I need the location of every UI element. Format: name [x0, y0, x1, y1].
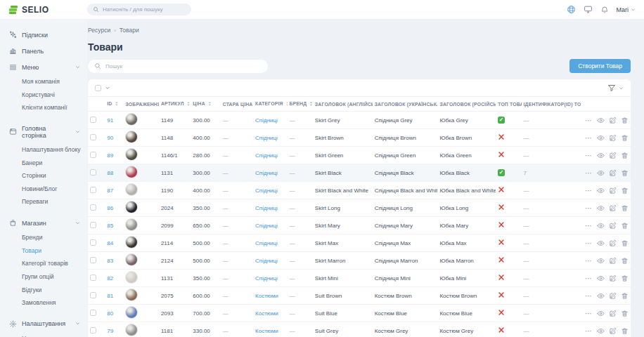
delete-button[interactable] — [621, 204, 629, 212]
view-button[interactable] — [597, 292, 605, 300]
ellipsis-icon[interactable]: ⋯ — [585, 117, 593, 124]
products-search-input[interactable] — [105, 63, 246, 70]
edit-button[interactable] — [609, 204, 617, 212]
sidebar-subitem-моя-компанія[interactable]: Моя компанія — [0, 75, 87, 88]
product-image[interactable] — [125, 218, 138, 231]
sidebar-subitem-клієнти-компанії[interactable]: Клієнти компанії — [0, 101, 87, 114]
bell-icon[interactable] — [600, 6, 609, 14]
sort-icon[interactable]: ▲▼ — [115, 101, 119, 107]
global-search[interactable] — [87, 4, 191, 15]
row-checkbox[interactable] — [90, 257, 96, 263]
sidebar-subitem-категорії-товарів[interactable]: Категорії товарів — [0, 257, 87, 270]
view-button[interactable] — [597, 204, 605, 212]
product-image[interactable] — [125, 253, 138, 266]
sidebar-item-меню[interactable]: Меню — [0, 59, 87, 75]
edit-button[interactable] — [609, 134, 617, 142]
view-button[interactable] — [597, 310, 605, 317]
category-link[interactable]: Спідниці — [255, 117, 278, 124]
edit-button[interactable] — [609, 239, 617, 247]
view-button[interactable] — [597, 257, 605, 265]
product-id-link[interactable]: 81 — [107, 293, 113, 299]
delete-button[interactable] — [621, 134, 629, 142]
column-header-ціна[interactable]: ЦІНА ▲▼ — [191, 97, 220, 112]
product-image[interactable] — [125, 236, 138, 249]
global-search-input[interactable] — [103, 6, 180, 13]
product-image[interactable] — [125, 201, 138, 213]
view-button[interactable] — [597, 117, 605, 124]
product-id-link[interactable]: 79 — [107, 328, 113, 334]
category-link[interactable]: Спідниці — [255, 187, 278, 194]
monitor-icon[interactable] — [584, 5, 593, 14]
delete-button[interactable] — [621, 239, 629, 247]
ellipsis-icon[interactable]: ⋯ — [585, 310, 593, 317]
ellipsis-icon[interactable]: ⋯ — [585, 239, 593, 247]
product-image[interactable] — [125, 131, 138, 143]
sidebar-subitem-налаштування-магазину[interactable]: Налаштування магазину — [0, 332, 87, 337]
products-search[interactable] — [88, 60, 268, 73]
edit-button[interactable] — [609, 275, 617, 282]
product-id-link[interactable]: 86 — [107, 205, 113, 211]
product-image[interactable] — [125, 324, 138, 336]
row-checkbox[interactable] — [90, 204, 96, 211]
sidebar-subitem-групи-опцій[interactable]: Групи опцій — [0, 270, 87, 284]
view-button[interactable] — [597, 327, 605, 335]
ellipsis-icon[interactable]: ⋯ — [585, 292, 593, 300]
sidebar-subitem-замовлення[interactable]: Замовлення — [0, 296, 87, 310]
product-image[interactable] — [125, 271, 138, 284]
sidebar-subitem-користувачі[interactable]: Користувачі — [0, 88, 87, 102]
view-button[interactable] — [597, 187, 605, 194]
sidebar-subitem-товари[interactable]: Товари — [0, 244, 87, 258]
row-checkbox[interactable] — [90, 292, 96, 298]
delete-button[interactable] — [621, 152, 629, 159]
edit-button[interactable] — [609, 117, 617, 124]
sort-icon[interactable]: ▲▼ — [208, 101, 212, 107]
category-link[interactable]: Спідниці — [255, 135, 278, 141]
product-image[interactable] — [125, 289, 138, 301]
category-link[interactable]: Спідниці — [255, 152, 278, 159]
product-id-link[interactable]: 82 — [107, 275, 113, 282]
row-checkbox[interactable] — [90, 239, 96, 246]
product-id-link[interactable]: 83 — [107, 258, 113, 264]
edit-button[interactable] — [609, 222, 617, 230]
selio-logo[interactable]: SELIO — [8, 5, 87, 15]
column-header-категорія[interactable]: КАТЕГОРІЯ ▲▼ — [253, 97, 287, 112]
edit-button[interactable] — [609, 257, 617, 265]
delete-button[interactable] — [621, 327, 629, 335]
column-header-артикул[interactable]: АРТИКУЛ ▲▼ — [159, 97, 191, 112]
row-checkbox[interactable] — [90, 134, 96, 140]
row-checkbox[interactable] — [90, 117, 96, 123]
category-link[interactable]: Спідниці — [255, 275, 278, 282]
edit-button[interactable] — [609, 187, 617, 194]
row-checkbox[interactable] — [90, 222, 96, 228]
sidebar-item-налаштування[interactable]: Налаштування — [0, 316, 87, 332]
sidebar-item-підписки[interactable]: Підписки — [0, 27, 87, 43]
sort-icon[interactable]: ▲▼ — [187, 101, 191, 107]
filter-control[interactable] — [607, 84, 624, 92]
sort-icon[interactable]: ▲▼ — [286, 101, 288, 107]
ellipsis-icon[interactable]: ⋯ — [585, 257, 593, 265]
category-link[interactable]: Спідниці — [255, 240, 278, 246]
row-checkbox[interactable] — [90, 187, 96, 193]
ellipsis-icon[interactable]: ⋯ — [585, 134, 593, 142]
column-header-бренд[interactable]: БРЕНД ▲▼ — [288, 97, 313, 112]
create-product-button[interactable]: Створити Товар — [569, 59, 631, 73]
sort-icon[interactable]: ▲▼ — [309, 101, 313, 107]
view-button[interactable] — [597, 152, 605, 159]
category-link[interactable]: Костюми — [255, 293, 278, 299]
row-checkbox[interactable] — [90, 275, 96, 281]
sidebar-subitem-бренди[interactable]: Бренди — [0, 231, 87, 244]
sidebar-subitem-новини-блог[interactable]: Новини/Блог — [0, 183, 87, 196]
product-image[interactable] — [125, 166, 138, 178]
category-link[interactable]: Спідниці — [255, 205, 278, 211]
category-link[interactable]: Спідниці — [255, 258, 278, 264]
product-image[interactable] — [125, 113, 138, 126]
delete-button[interactable] — [621, 310, 629, 317]
delete-button[interactable] — [621, 222, 629, 230]
select-all-checkbox[interactable] — [95, 85, 101, 91]
category-link[interactable]: Костюми — [255, 328, 278, 334]
edit-button[interactable] — [609, 292, 617, 300]
sidebar-subitem-банери[interactable]: Банери — [0, 157, 87, 170]
ellipsis-icon[interactable]: ⋯ — [585, 275, 593, 282]
view-button[interactable] — [597, 222, 605, 230]
product-image[interactable] — [125, 148, 138, 161]
